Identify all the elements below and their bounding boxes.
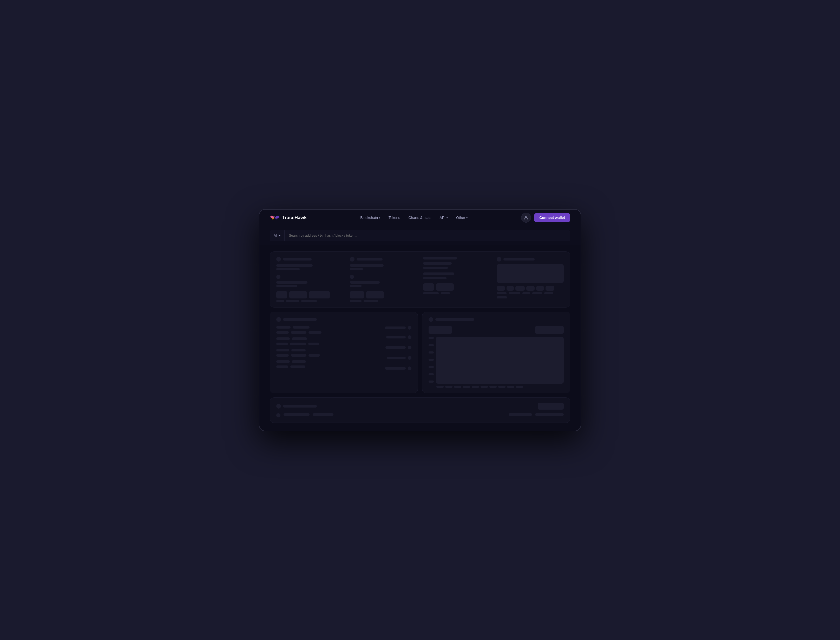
- nav-item-charts[interactable]: Charts & stats: [405, 214, 434, 221]
- col2-stat2: [366, 291, 384, 298]
- col4-label2: [509, 292, 520, 294]
- bottom-sub-row: [276, 413, 564, 418]
- top-col-2: [350, 257, 417, 302]
- col2-row2b-skel: [350, 285, 362, 287]
- mid-list-r8b: [290, 365, 305, 368]
- middle-row: [270, 312, 570, 393]
- mid-list-r2b: [291, 331, 306, 334]
- x-label-10: [516, 386, 523, 388]
- mid-right-dot4: [408, 356, 411, 360]
- mid-list-r4b: [290, 342, 306, 345]
- mid-list-r6b: [291, 354, 306, 357]
- logo-text: TraceHawk: [282, 215, 307, 221]
- mid-list-r4c: [308, 342, 319, 345]
- nav-item-api[interactable]: API ▾: [436, 214, 451, 221]
- other-chevron-icon: ▾: [466, 216, 468, 219]
- nav-item-blockchain[interactable]: Blockchain ▾: [357, 214, 383, 221]
- col2-row1-skel: [350, 264, 384, 267]
- svg-line-2: [275, 216, 276, 217]
- mid-list-r2a: [276, 331, 289, 334]
- col3-row1-skel: [423, 262, 452, 265]
- mid-left-list: [276, 326, 342, 370]
- x-label-9: [507, 386, 515, 388]
- mid-right-dot1: [408, 326, 411, 330]
- mid-list-r5b: [291, 349, 306, 351]
- search-bar: All ▾: [270, 230, 570, 241]
- col4-label6: [497, 296, 507, 298]
- x-label-2: [445, 386, 452, 388]
- col1-stat1: [276, 291, 287, 298]
- x-label-3: [454, 386, 461, 388]
- col2-header-icon: [350, 257, 354, 262]
- top-col-4: [497, 257, 564, 302]
- col4-footer1: [497, 286, 505, 291]
- mid-right-title-skel: [435, 318, 475, 321]
- col1-row2-icon: [276, 275, 281, 279]
- mid-list-r6a: [276, 354, 289, 357]
- mid-card-right: [422, 312, 570, 393]
- y-label-5: [429, 366, 434, 368]
- bottom-card: [270, 397, 570, 423]
- x-label-5: [472, 386, 479, 388]
- bottom-sub-skel4: [535, 413, 564, 416]
- mid-list-r1a: [276, 326, 290, 328]
- y-label-3: [429, 351, 434, 354]
- bottom-top-row: [276, 403, 564, 410]
- x-label-1: [436, 386, 444, 388]
- search-input[interactable]: [285, 234, 570, 237]
- col3-row2-skel: [423, 272, 454, 275]
- col3-stat1: [423, 283, 434, 291]
- col4-label5: [544, 292, 553, 294]
- x-label-7: [489, 386, 497, 388]
- y-label-2: [429, 344, 434, 346]
- mid-card-left: [270, 312, 418, 393]
- mid-left-right-side: [346, 326, 411, 370]
- col1-stat2: [289, 291, 307, 298]
- mid-right-chart: [436, 337, 564, 384]
- mid-right-label3: [385, 346, 406, 349]
- col1-header-icon: [276, 257, 281, 262]
- mid-right-label4: [387, 357, 406, 359]
- device-frame: TraceHawk Blockchain ▾ Tokens Charts & s…: [259, 209, 581, 431]
- col4-title-skel: [503, 258, 535, 261]
- bottom-title-skel: [283, 405, 317, 408]
- col2-row2-skel: [350, 281, 380, 284]
- y-label-6: [429, 373, 434, 375]
- api-chevron-icon: ▾: [447, 216, 448, 219]
- col1-row1b-skel: [276, 268, 300, 270]
- connect-wallet-button[interactable]: Connect wallet: [534, 213, 570, 222]
- mid-list-r4a: [276, 342, 288, 345]
- col1-label3: [301, 300, 317, 302]
- col4-footer2: [507, 286, 514, 291]
- nav-item-other[interactable]: Other ▾: [453, 214, 471, 221]
- x-label-8: [498, 386, 505, 388]
- bottom-action-btn: [538, 403, 564, 410]
- top-col-1: [276, 257, 344, 302]
- col4-footer4: [526, 286, 535, 291]
- col2-row2-icon: [350, 275, 354, 279]
- bottom-sub-icon: [276, 413, 281, 418]
- col4-footer6: [545, 286, 555, 291]
- mid-list-r8a: [276, 365, 288, 368]
- nav-actions: Connect wallet: [521, 213, 570, 222]
- mid-list-r7a: [276, 360, 290, 363]
- mid-right-label1: [385, 326, 406, 329]
- nav-links: Blockchain ▾ Tokens Charts & stats API ▾…: [357, 214, 471, 221]
- filter-chevron-icon: ▾: [279, 234, 281, 237]
- nav-item-tokens[interactable]: Tokens: [385, 214, 403, 221]
- search-filter-dropdown[interactable]: All ▾: [270, 230, 285, 241]
- y-label-7: [429, 381, 434, 382]
- top-col-3: [423, 257, 491, 302]
- y-label-4: [429, 359, 434, 361]
- mid-left-title-skel: [283, 318, 317, 321]
- col3-stat2: [436, 283, 454, 291]
- mid-list-r2c: [308, 331, 322, 334]
- blockchain-chevron-icon: ▾: [379, 216, 380, 219]
- logo: TraceHawk: [270, 214, 307, 221]
- col1-title-skel: [283, 258, 312, 261]
- bottom-sub-skel3: [509, 413, 532, 416]
- user-icon-button[interactable]: [521, 213, 531, 222]
- user-icon: [524, 215, 528, 220]
- col3-row2b-skel: [423, 277, 447, 279]
- bottom-sub-skel2: [313, 413, 333, 416]
